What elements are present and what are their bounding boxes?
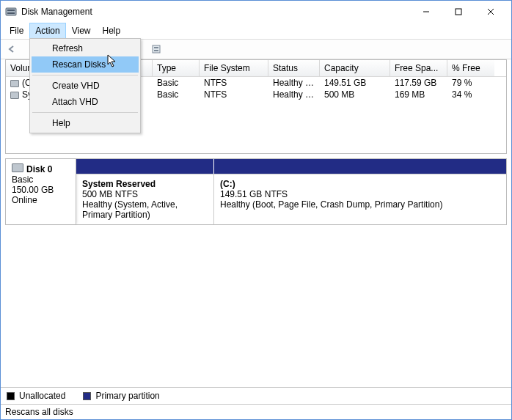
svg-rect-7	[153, 45, 160, 53]
col-capacity[interactable]: Capacity	[320, 60, 390, 76]
empty-area	[1, 229, 511, 387]
disk-label-pane[interactable]: Disk 0 Basic 150.00 GB Online	[6, 159, 76, 224]
partitions-pane: System Reserved 500 MB NTFS Healthy (Sys…	[76, 159, 506, 224]
cell-fs: NTFS	[200, 89, 268, 100]
svg-rect-0	[6, 8, 16, 15]
menu-separator	[32, 75, 138, 75]
svg-rect-2	[7, 12, 15, 14]
menu-action[interactable]: Action	[29, 23, 65, 39]
cell-fs: NTFS	[200, 78, 268, 88]
volume-icon	[10, 92, 19, 99]
partition[interactable]: System Reserved 500 MB NTFS Healthy (Sys…	[76, 174, 214, 224]
partition-stripe	[76, 159, 506, 174]
partition-status: Healthy (System, Active, Primary Partiti…	[82, 199, 208, 220]
cell-status: Healthy (S...	[268, 89, 320, 100]
status-bar: Rescans all disks	[1, 405, 511, 419]
cell-status: Healthy (B...	[268, 78, 320, 88]
minimize-button[interactable]	[410, 1, 442, 22]
partition-title: (C:)	[220, 179, 500, 189]
cell-capacity: 149.51 GB	[320, 78, 390, 88]
window-controls	[410, 1, 507, 22]
col-type[interactable]: Type	[153, 60, 200, 76]
cell-free: 169 MB	[390, 89, 447, 100]
stripe-seg	[214, 159, 506, 174]
maximize-button[interactable]	[442, 1, 475, 22]
partition-title: System Reserved	[82, 179, 208, 189]
cell-capacity: 500 MB	[320, 89, 390, 100]
window-title: Disk Management	[21, 7, 410, 17]
menu-file[interactable]: File	[4, 23, 29, 39]
disk-name: Disk 0	[26, 164, 52, 174]
svg-rect-4	[456, 9, 461, 15]
app-icon	[5, 6, 17, 18]
volume-icon	[10, 80, 19, 87]
cell-type: Basic	[153, 89, 200, 100]
title-bar: Disk Management	[1, 1, 511, 23]
swatch-primary	[83, 392, 91, 400]
menu-item-rescan-disks[interactable]: Rescan Disks	[32, 56, 139, 73]
menu-item-help[interactable]: Help	[32, 115, 139, 131]
refresh-icon[interactable]	[148, 41, 164, 57]
menu-item-create-vhd[interactable]: Create VHD	[32, 78, 139, 94]
cell-pct: 79 %	[447, 78, 494, 88]
col-status[interactable]: Status	[268, 60, 320, 76]
partition-sub: 149.51 GB NTFS	[220, 189, 500, 199]
col-filesystem[interactable]: File System	[200, 60, 268, 76]
menu-item-attach-vhd[interactable]: Attach VHD	[32, 94, 139, 110]
partition-status: Healthy (Boot, Page File, Crash Dump, Pr…	[220, 199, 500, 210]
stripe-seg	[76, 159, 214, 174]
cell-type: Basic	[153, 78, 200, 88]
menu-item-refresh[interactable]: Refresh	[32, 40, 139, 56]
col-pct-free[interactable]: % Free	[447, 60, 494, 76]
disk-type: Basic	[12, 174, 70, 185]
svg-rect-9	[154, 50, 158, 51]
disk-graphical-view: Disk 0 Basic 150.00 GB Online System Res…	[5, 158, 507, 225]
action-dropdown: Refresh Rescan Disks Create VHD Attach V…	[29, 38, 141, 133]
svg-rect-1	[7, 10, 15, 11]
svg-rect-8	[154, 47, 158, 48]
menu-view[interactable]: View	[66, 23, 97, 39]
col-free-space[interactable]: Free Spa...	[390, 60, 447, 76]
legend-primary: Primary partition	[95, 391, 159, 401]
cell-free: 117.59 GB	[390, 78, 447, 88]
disk-icon	[12, 163, 23, 172]
back-button[interactable]	[4, 41, 20, 57]
cell-pct: 34 %	[447, 89, 494, 100]
close-button[interactable]	[475, 1, 507, 22]
disk-status: Online	[12, 195, 70, 205]
partition-body: System Reserved 500 MB NTFS Healthy (Sys…	[76, 174, 506, 224]
legend-unallocated: Unallocated	[19, 391, 65, 401]
menu-separator	[32, 112, 138, 113]
swatch-unallocated	[7, 392, 15, 400]
menu-bar: File Action View Help	[1, 23, 511, 39]
status-text: Rescans all disks	[5, 407, 73, 417]
menu-help[interactable]: Help	[97, 23, 127, 39]
legend: Unallocated Primary partition	[1, 387, 511, 405]
disk-size: 150.00 GB	[12, 185, 70, 195]
partition-sub: 500 MB NTFS	[82, 189, 208, 199]
partition[interactable]: (C:) 149.51 GB NTFS Healthy (Boot, Page …	[214, 174, 506, 224]
